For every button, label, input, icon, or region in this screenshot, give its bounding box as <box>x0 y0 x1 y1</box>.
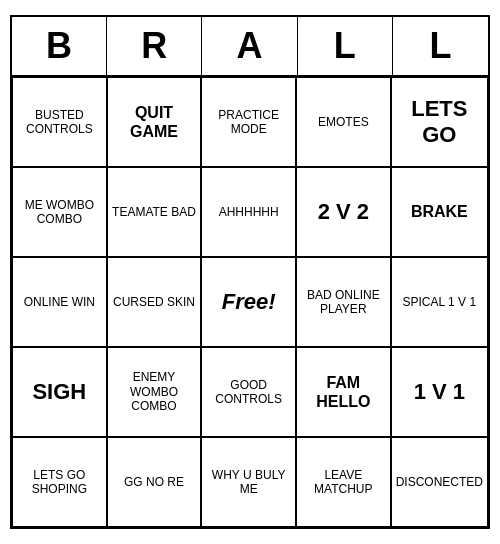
bingo-grid: BUSTED CONTROLSQUIT GAMEPRACTICE MODEEMO… <box>12 77 488 527</box>
bingo-cell-20: LETS GO SHOPING <box>12 437 107 527</box>
bingo-cell-19: 1 V 1 <box>391 347 488 437</box>
header-letter-L: L <box>393 17 488 75</box>
bingo-cell-21: GG NO RE <box>107 437 202 527</box>
bingo-cell-17: GOOD CONTROLS <box>201 347 296 437</box>
bingo-cell-0: BUSTED CONTROLS <box>12 77 107 167</box>
bingo-cell-16: ENEMY WOMBO COMBO <box>107 347 202 437</box>
bingo-header: BRALL <box>12 17 488 77</box>
bingo-cell-1: QUIT GAME <box>107 77 202 167</box>
bingo-cell-15: SIGH <box>12 347 107 437</box>
bingo-cell-4: LETS GO <box>391 77 488 167</box>
header-letter-R: R <box>107 17 202 75</box>
header-letter-L: L <box>298 17 393 75</box>
bingo-cell-3: EMOTES <box>296 77 391 167</box>
bingo-cell-9: BRAKE <box>391 167 488 257</box>
bingo-cell-6: TEAMATE BAD <box>107 167 202 257</box>
bingo-cell-13: BAD ONLINE PLAYER <box>296 257 391 347</box>
bingo-cell-7: AHHHHHH <box>201 167 296 257</box>
bingo-card: BRALL BUSTED CONTROLSQUIT GAMEPRACTICE M… <box>10 15 490 529</box>
bingo-cell-8: 2 V 2 <box>296 167 391 257</box>
bingo-cell-24: DISCONECTED <box>391 437 488 527</box>
bingo-cell-12: Free! <box>201 257 296 347</box>
bingo-cell-22: WHY U BULY ME <box>201 437 296 527</box>
bingo-cell-14: SPICAL 1 V 1 <box>391 257 488 347</box>
bingo-cell-10: ONLINE WIN <box>12 257 107 347</box>
bingo-cell-2: PRACTICE MODE <box>201 77 296 167</box>
header-letter-A: A <box>202 17 297 75</box>
bingo-cell-23: LEAVE MATCHUP <box>296 437 391 527</box>
bingo-cell-5: ME WOMBO COMBO <box>12 167 107 257</box>
bingo-cell-11: CURSED SKIN <box>107 257 202 347</box>
header-letter-B: B <box>12 17 107 75</box>
bingo-cell-18: FAM HELLO <box>296 347 391 437</box>
